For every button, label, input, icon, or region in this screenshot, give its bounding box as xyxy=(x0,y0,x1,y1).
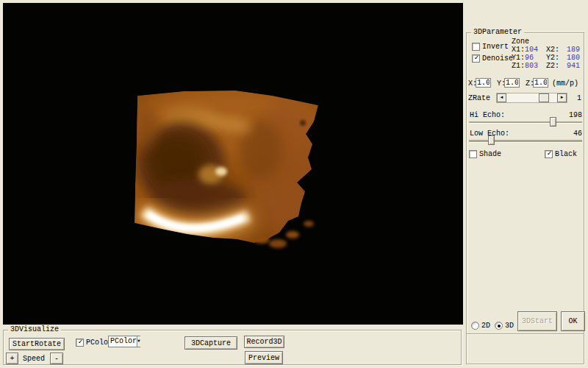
hi-echo-label: Hi Echo: xyxy=(470,111,505,120)
black-checkbox[interactable]: ✓ xyxy=(545,150,553,158)
mode-2d-radio[interactable] xyxy=(471,322,479,330)
hi-echo-slider-thumb[interactable] xyxy=(550,117,556,127)
pcolor-dropdown[interactable]: PColor ▼ xyxy=(108,336,140,347)
scroll-right-icon[interactable]: ► xyxy=(557,93,567,102)
zrate-scroll-track[interactable] xyxy=(506,93,557,102)
shade-label: Shade xyxy=(479,150,501,159)
zrate-scroll-thumb[interactable] xyxy=(539,93,549,102)
zone-z2-label: Z2: xyxy=(546,62,559,71)
zrate-label: ZRate xyxy=(468,94,490,103)
parameter-group-title: 3DParameter xyxy=(471,28,524,37)
mode-3d-label: 3D xyxy=(505,322,514,330)
speed-label: Speed xyxy=(23,355,45,364)
denoise-checkbox[interactable]: ✓ xyxy=(472,54,480,63)
denoise-label: Denoise xyxy=(482,54,513,63)
low-echo-slider-thumb[interactable] xyxy=(488,135,495,145)
visualize-group-title: 3DVisualize xyxy=(8,325,61,334)
zone-row-y: Y1: 96 Y2: 180 xyxy=(512,54,582,62)
ok-button[interactable]: OK xyxy=(561,311,585,331)
ultrasound-3d-window: 3DParameter Invert ✓ Denoise Zone X1: 10… xyxy=(0,0,588,368)
scroll-left-icon[interactable]: ◄ xyxy=(497,93,506,102)
preview-button[interactable]: Preview xyxy=(245,351,283,364)
low-echo-slider-track[interactable] xyxy=(469,140,582,143)
start-rotate-button[interactable]: StartRotate xyxy=(9,338,65,350)
ultrasound-render-image xyxy=(3,3,463,325)
speed-minus-button[interactable]: - xyxy=(50,353,63,364)
scale-z-input[interactable] xyxy=(533,78,548,88)
zone-row-x: X1: 104 X2: 189 xyxy=(512,46,582,54)
mode-2d-label: 2D xyxy=(481,322,490,330)
zone-z1-label: Z1: xyxy=(512,62,525,71)
record3d-button[interactable]: Record3D xyxy=(244,336,284,348)
hi-echo-value: 198 xyxy=(559,111,582,120)
scale-x-input[interactable] xyxy=(476,78,491,88)
invert-checkbox[interactable] xyxy=(472,43,480,51)
checkmark-icon: ✓ xyxy=(76,338,85,346)
3dcapture-button[interactable]: 3DCapture xyxy=(184,336,237,350)
hi-echo-slider-track[interactable] xyxy=(469,121,582,124)
checkmark-icon: ✓ xyxy=(473,54,481,62)
3dstart-button[interactable]: 3DStart xyxy=(517,311,557,331)
pcolor-checkbox[interactable]: ✓ xyxy=(76,339,84,347)
zone-row-z: Z1: 803 Z2: 941 xyxy=(512,62,582,70)
shade-checkbox[interactable] xyxy=(469,150,477,158)
zone-values: X1: 104 X2: 189 Y1: 96 Y2: 180 Z1: 803 Z… xyxy=(512,46,582,70)
render-viewport[interactable] xyxy=(3,3,463,325)
low-echo-value: 46 xyxy=(559,130,582,138)
zrate-value: 1 xyxy=(577,94,581,103)
chevron-down-icon[interactable]: ▼ xyxy=(137,336,140,347)
zone-z1-value: 803 xyxy=(525,62,538,71)
zrate-scrollbar[interactable]: ◄ ► xyxy=(496,93,567,103)
speed-plus-button[interactable]: + xyxy=(6,353,18,364)
mode-3d-radio[interactable] xyxy=(495,322,503,330)
black-label: Black xyxy=(555,150,577,159)
scale-y-input[interactable] xyxy=(504,78,520,88)
lower-right-groupbox xyxy=(466,333,584,364)
pcolor-dropdown-value: PColor xyxy=(109,336,137,347)
scale-unit-label: (mm/p) xyxy=(552,79,578,88)
invert-label: Invert xyxy=(482,43,509,52)
checkmark-icon: ✓ xyxy=(545,149,553,158)
zone-z2-value: 941 xyxy=(567,62,580,71)
